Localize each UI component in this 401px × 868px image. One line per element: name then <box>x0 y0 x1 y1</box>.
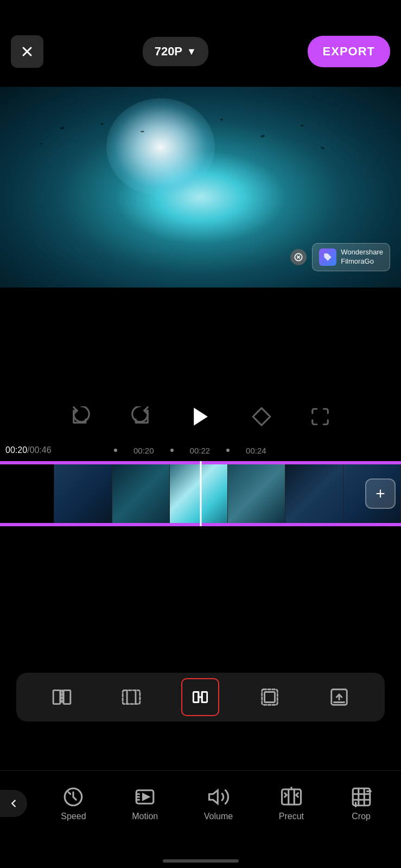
nav-items: Speed Motion Volume <box>33 786 401 821</box>
nav-item-motion[interactable]: Motion <box>132 786 158 821</box>
crop-trim-tool-button[interactable] <box>251 678 289 716</box>
crop-label: Crop <box>352 812 371 821</box>
video-track[interactable]: + <box>0 461 401 526</box>
time-marker-1: 00:20 <box>133 446 154 455</box>
svg-marker-6 <box>253 408 270 425</box>
redo-button[interactable] <box>127 404 153 430</box>
svg-marker-5 <box>194 408 208 426</box>
nav-item-volume[interactable]: Volume <box>204 786 233 821</box>
playback-controls <box>0 396 401 437</box>
svg-marker-26 <box>143 794 149 800</box>
dot-3 <box>226 449 230 452</box>
bottom-nav: Speed Motion Volume <box>0 770 401 835</box>
add-clip-button[interactable]: + <box>365 478 396 509</box>
clip-thumb-4 <box>228 464 286 523</box>
motion-label: Motion <box>132 812 158 821</box>
watermark-text: WondershareFilmoraGo <box>341 248 383 266</box>
undo-button[interactable] <box>68 404 94 430</box>
trim-tool-button[interactable] <box>112 678 150 716</box>
speed-icon <box>62 786 85 808</box>
timeline-area[interactable]: + Add Music <box>0 461 401 553</box>
clip-thumb-empty <box>0 464 54 523</box>
diamond-tool-button[interactable] <box>249 404 275 430</box>
back-arrow-button[interactable] <box>0 790 27 817</box>
precut-icon <box>280 786 303 808</box>
resolution-label: 720P <box>155 44 182 59</box>
watermark-close-button[interactable] <box>290 249 307 265</box>
dot-2 <box>170 449 174 452</box>
resolution-selector[interactable]: 720P ▼ <box>143 37 208 66</box>
cut-tool-button[interactable] <box>181 678 219 716</box>
motion-icon <box>133 786 156 808</box>
play-button[interactable] <box>186 401 216 432</box>
watermark: WondershareFilmoraGo <box>290 243 390 271</box>
close-button[interactable] <box>11 35 43 68</box>
video-preview: WondershareFilmoraGo <box>0 87 401 288</box>
svg-rect-9 <box>53 690 60 704</box>
svg-marker-30 <box>209 790 218 803</box>
time-marker-3: 00:24 <box>246 446 266 455</box>
volume-icon <box>207 786 230 808</box>
split-tool-button[interactable] <box>43 678 81 716</box>
filmora-watermark: WondershareFilmoraGo <box>312 243 390 271</box>
time-markers: 00:20 00:22 00:24 <box>98 446 401 455</box>
nav-item-speed[interactable]: Speed <box>61 786 86 821</box>
filmora-icon <box>319 248 336 266</box>
nav-item-precut[interactable]: Precut <box>279 786 304 821</box>
video-frame: WondershareFilmoraGo <box>0 87 401 288</box>
clip-thumb-5 <box>285 464 343 523</box>
total-time: /00:46 <box>27 445 51 455</box>
timeline-ruler: 00:20 /00:46 00:20 00:22 00:24 <box>0 439 401 461</box>
edit-tools-strip <box>16 673 385 722</box>
clip-thumb-3 <box>170 464 228 523</box>
export-label: EXPORT <box>323 44 375 58</box>
volume-label: Volume <box>204 812 233 821</box>
plus-icon: + <box>375 486 385 502</box>
playhead <box>200 461 201 526</box>
clip-thumb-2 <box>112 464 170 523</box>
top-bar: 720P ▼ EXPORT <box>0 0 401 87</box>
precut-label: Precut <box>279 812 304 821</box>
replace-tool-button[interactable] <box>320 678 358 716</box>
dot-1 <box>114 449 117 452</box>
svg-rect-13 <box>123 690 140 704</box>
empty-space <box>0 288 401 396</box>
current-time: 00:20 <box>5 445 27 455</box>
add-clip-wrap: + <box>365 478 396 509</box>
nav-item-crop[interactable]: Crop <box>350 786 373 821</box>
chevron-down-icon: ▼ <box>187 46 196 58</box>
time-marker-2: 00:22 <box>190 446 211 455</box>
export-button[interactable]: EXPORT <box>308 36 390 67</box>
svg-rect-22 <box>265 692 275 703</box>
crop-icon <box>350 786 373 808</box>
home-indicator <box>163 859 239 863</box>
splash-visual <box>106 98 215 196</box>
svg-rect-10 <box>63 690 71 704</box>
clip-thumb-1 <box>54 464 112 523</box>
speed-label: Speed <box>61 812 86 821</box>
fullscreen-button[interactable] <box>307 404 333 430</box>
